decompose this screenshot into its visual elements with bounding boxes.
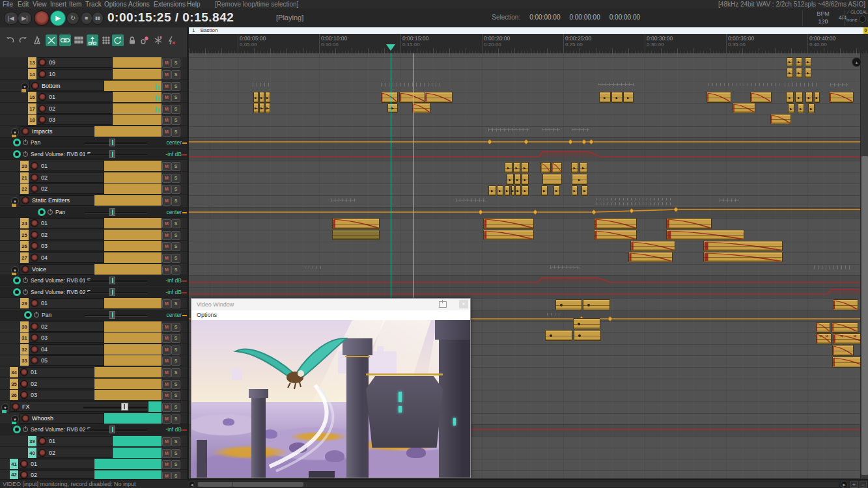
track-row[interactable]: 2202MS <box>0 183 187 195</box>
track-row[interactable]: 1601MS <box>0 92 187 103</box>
global-mode-icon[interactable] <box>859 16 866 23</box>
track-name-area[interactable] <box>36 436 113 446</box>
track-number[interactable]: 17 <box>28 103 36 114</box>
mute-button[interactable]: M <box>162 414 171 424</box>
track-number[interactable]: 39 <box>28 436 36 446</box>
track-name-area[interactable] <box>20 126 94 137</box>
media-item[interactable]: ▶ <box>611 92 623 103</box>
envelope-slider[interactable] <box>85 154 147 156</box>
menu-actions[interactable]: Actions <box>128 1 150 8</box>
selection-time-1[interactable]: 0:00:00:00 <box>569 14 600 21</box>
record-arm-button[interactable] <box>21 197 29 204</box>
mute-button[interactable]: M <box>162 323 171 332</box>
mute-button[interactable]: M <box>162 197 171 206</box>
media-item[interactable] <box>832 322 858 332</box>
envelope-bypass-icon[interactable] <box>23 140 28 145</box>
media-item[interactable]: ▶ <box>253 103 259 113</box>
track-row[interactable]: 1702MS <box>0 103 187 115</box>
track-name-area[interactable] <box>29 298 104 308</box>
media-item-waveform[interactable] <box>572 128 589 131</box>
media-item[interactable]: ▶ <box>795 92 803 103</box>
media-item-waveform[interactable] <box>253 83 271 87</box>
track-number[interactable]: 30 <box>20 321 29 332</box>
record-arm-button[interactable] <box>21 414 29 422</box>
track-row[interactable]: Bottom▼MS <box>0 81 187 92</box>
menu-insert[interactable]: Insert <box>50 1 66 8</box>
media-item-waveform[interactable] <box>331 198 356 202</box>
media-item[interactable]: ▶ <box>796 68 802 78</box>
envelope-slider-thumb[interactable] <box>109 277 115 284</box>
record-arm-button[interactable] <box>31 162 38 170</box>
media-item-waveform[interactable] <box>456 198 486 202</box>
media-item[interactable]: ▶ <box>259 92 264 103</box>
track-name-area[interactable] <box>18 367 94 377</box>
media-item-waveform[interactable] <box>542 128 560 131</box>
track-name-area[interactable] <box>29 252 104 263</box>
track-row[interactable]: 2102MS <box>0 172 187 183</box>
track-number[interactable]: 34 <box>10 367 18 377</box>
track-row[interactable]: 2901MS <box>0 298 187 309</box>
track-number[interactable]: 13 <box>28 57 36 68</box>
track-number[interactable]: 41 <box>10 459 18 469</box>
track-row[interactable]: 4101MS <box>0 459 187 470</box>
envelope-slider-thumb[interactable] <box>109 150 115 158</box>
media-item[interactable] <box>425 92 453 103</box>
media-item-waveform[interactable] <box>305 266 321 269</box>
record-button[interactable] <box>34 10 49 26</box>
metronome-icon[interactable] <box>31 34 43 46</box>
media-item-waveform[interactable] <box>708 83 781 86</box>
mute-button[interactable]: M <box>162 460 171 469</box>
fx-star-icon[interactable] <box>139 34 150 46</box>
track-row[interactable]: 3204MS <box>0 344 187 355</box>
media-item-waveform[interactable] <box>596 198 674 200</box>
envelope-arm-icon[interactable] <box>38 208 46 216</box>
track-name-area[interactable] <box>29 218 104 228</box>
track-number[interactable]: 14 <box>28 69 36 79</box>
envelope-slider[interactable] <box>85 292 147 294</box>
solo-button[interactable]: S <box>171 472 180 479</box>
track-number[interactable]: 40 <box>28 448 36 458</box>
selection-time-2[interactable]: 0:00:00:00 <box>609 14 640 21</box>
track-name-area[interactable] <box>29 230 104 240</box>
mute-button[interactable]: M <box>162 334 171 343</box>
mute-button[interactable]: M <box>162 219 171 228</box>
track-name-area[interactable] <box>29 344 104 355</box>
mute-button[interactable]: M <box>162 254 171 263</box>
media-item[interactable]: ▶ <box>253 92 259 103</box>
mute-button[interactable]: M <box>162 93 171 102</box>
track-row[interactable]: Whoosh▼MS <box>0 413 187 424</box>
solo-button[interactable]: S <box>171 254 180 263</box>
zoom-in-button[interactable]: + <box>850 481 858 488</box>
media-item[interactable]: ▶ <box>580 162 587 173</box>
track-name-area[interactable] <box>29 81 104 91</box>
media-item-waveform[interactable] <box>488 128 529 131</box>
track-row[interactable]: 4002MS <box>0 448 187 459</box>
mute-button[interactable]: M <box>162 82 171 91</box>
media-item[interactable]: ▶ <box>259 103 264 113</box>
media-item[interactable]: ▶ <box>571 162 578 173</box>
track-row[interactable]: 3603MS <box>0 390 187 401</box>
play-button[interactable]: ▶ <box>50 10 66 26</box>
time-display[interactable]: 0:00:15:25 / 0:15.842 <box>107 10 234 25</box>
project-tab-bastion[interactable]: 1 Bastion <box>189 27 864 34</box>
track-name-area[interactable] <box>18 470 94 479</box>
zoom-out-button[interactable]: − <box>860 481 867 488</box>
solo-button[interactable]: S <box>171 368 180 377</box>
menu-extra-action[interactable]: [Remove loop/time selection] <box>215 1 298 8</box>
record-arm-button[interactable] <box>38 116 46 124</box>
envelope-bypass-icon[interactable] <box>23 278 28 283</box>
media-item-waveform[interactable] <box>785 83 817 87</box>
mute-button[interactable]: M <box>162 368 171 377</box>
mute-button[interactable]: M <box>162 299 171 308</box>
mute-button[interactable]: M <box>162 162 171 171</box>
envelope-row[interactable]: Pancenter <box>0 207 187 218</box>
envelope-slider-thumb[interactable] <box>109 208 115 216</box>
media-item[interactable]: ▶ <box>805 57 811 66</box>
horizontal-scrollbar[interactable] <box>197 481 839 488</box>
repeat-button[interactable]: ↻ <box>66 12 79 25</box>
mute-button[interactable]: M <box>162 59 171 68</box>
link-icon[interactable] <box>59 34 71 46</box>
solo-button[interactable]: S <box>171 174 180 183</box>
solo-button[interactable]: S <box>171 403 180 412</box>
media-item[interactable] <box>666 230 744 240</box>
